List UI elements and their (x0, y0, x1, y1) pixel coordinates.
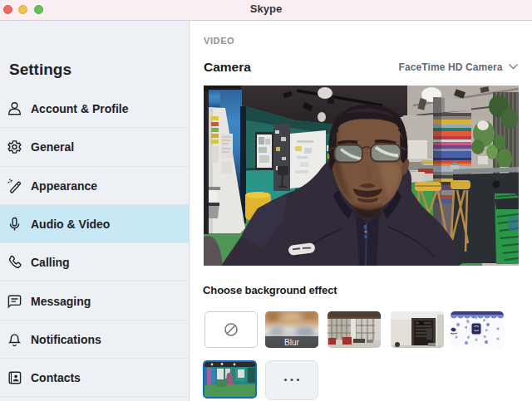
svg-text:Blur: Blur (284, 338, 299, 347)
